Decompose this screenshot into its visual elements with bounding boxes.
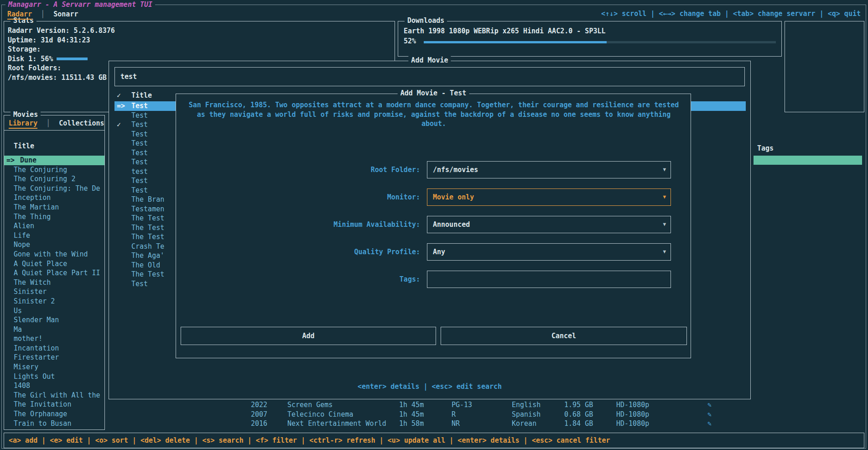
movie-list-item[interactable]: Sinister (4, 287, 104, 297)
library-table-row[interactable]: 2007 Telecinco Cinema 1h 45m R Spanish 0… (0, 410, 868, 419)
movie-list-item[interactable]: The Conjuring 2 (4, 174, 104, 184)
result-title: The Bran (131, 195, 164, 204)
library-table-row[interactable]: 2022 Screen Gems 1h 45m PG-13 English 1.… (0, 400, 868, 410)
monitored-icon: ✎ (707, 419, 712, 429)
movie-title: Dune (20, 156, 36, 164)
disk-usage-gauge (57, 58, 111, 60)
movie-list-item[interactable]: The Conjuring: The De (4, 184, 104, 194)
download-percent: 52% (404, 37, 416, 45)
movie-year: 2007 (251, 410, 267, 419)
movie-list-item[interactable]: Misery (4, 362, 104, 372)
movie-list-item[interactable]: Us (4, 306, 104, 316)
movie-list-item[interactable]: The Girl with All the (4, 391, 104, 400)
movie-list-item[interactable]: The Witch (4, 278, 104, 288)
uptime: Uptime: 31d 04:31:23 (8, 36, 115, 45)
movie-list-item[interactable]: Sinister 2 (4, 297, 104, 306)
add-movie-modal-title: Add Movie - Test (398, 89, 469, 97)
result-title: Test (131, 120, 148, 129)
bottom-keybind-bar: <a> add | <e> edit | <o> sort | <del> de… (4, 433, 864, 448)
movie-title: Inception (14, 194, 51, 202)
popup-keybinds: <enter> details | <esc> edit search (109, 382, 751, 391)
servarr-tabbar: Radarr │ Sonarr (7, 9, 78, 19)
quality-profile-dropdown[interactable]: Any ▼ (427, 243, 671, 261)
minimum-availability-value: Announced (433, 216, 470, 233)
tags-column-header: Tags (757, 144, 774, 152)
result-title: The Aga' (131, 251, 164, 260)
result-title: The Old (131, 261, 160, 269)
quality-profile-field: Quality Profile: Any ▼ (176, 243, 691, 261)
movie-list-item[interactable]: Incantation (4, 344, 104, 353)
tab-separator: │ (41, 10, 45, 18)
downloads-panel: Downloads Earth 1998 1080p WEBRip x265 H… (398, 21, 782, 57)
root-folder-value: /nfs/movies (433, 162, 478, 178)
movie-language: Korean (512, 419, 536, 429)
movie-language: English (512, 400, 541, 410)
result-title: Test (131, 139, 148, 147)
movie-size: 0.68 GB (564, 410, 593, 419)
movie-list-item[interactable]: A Quiet Place (4, 259, 104, 269)
movies-tabs-divider (4, 130, 104, 131)
movie-list-item[interactable]: A Quiet Place Part II (4, 268, 104, 278)
movies-tabbar: Library │ Collections (9, 118, 104, 128)
tab-radarr[interactable]: Radarr (7, 10, 32, 20)
movie-title: Slender Man (14, 316, 59, 324)
quality-profile-label: Quality Profile: (176, 243, 420, 261)
chevron-down-icon: ▼ (663, 244, 666, 260)
movie-title: mother! (14, 335, 42, 343)
tab-collections[interactable]: Collections (59, 119, 104, 127)
movie-list-item[interactable]: Slender Man (4, 315, 104, 325)
movie-list-item[interactable]: The Thing (4, 212, 104, 222)
movie-studio: Next Entertainment World (287, 419, 386, 429)
result-title: Test (131, 177, 148, 185)
minimum-availability-dropdown[interactable]: Announced ▼ (427, 216, 671, 233)
add-button[interactable]: Add (181, 327, 436, 345)
tags-input[interactable] (427, 271, 671, 288)
download-progress-bar (424, 41, 776, 43)
movie-list-item[interactable]: Life (4, 231, 104, 241)
root-folder-dropdown[interactable]: /nfs/movies ▼ (427, 161, 671, 178)
result-title: Test (131, 186, 148, 194)
root-folder-field: Root Folder: /nfs/movies ▼ (176, 161, 691, 178)
movie-runtime: 1h 58m (399, 419, 424, 429)
logo-panel (785, 21, 864, 112)
tab-library[interactable]: Library (9, 119, 37, 129)
movie-title: Incantation (14, 344, 59, 352)
movie-quality: HD-1080p (616, 400, 649, 410)
cancel-button[interactable]: Cancel (441, 327, 687, 345)
selected-row-tags-cell[interactable] (754, 156, 862, 165)
minimum-availability-label: Minimum Availability: (176, 216, 420, 233)
movie-list-item[interactable]: Gone with the Wind (4, 250, 104, 259)
movie-quality: HD-1080p (616, 410, 649, 419)
movie-list-item[interactable]: Inception (4, 193, 104, 203)
library-table-row[interactable]: 2016 Next Entertainment World 1h 58m NR … (0, 419, 868, 429)
movie-list-item[interactable]: The Conjuring (4, 165, 104, 175)
monitor-label: Monitor: (176, 188, 420, 206)
movie-list-item[interactable]: Lights Out (4, 372, 104, 382)
tab-sonarr[interactable]: Sonarr (53, 10, 78, 18)
movie-list-item[interactable]: Ma (4, 325, 104, 335)
movie-list-item[interactable]: Alien (4, 221, 104, 231)
movie-list-item[interactable]: Firestarter (4, 353, 104, 362)
movie-title: The Conjuring 2 (14, 175, 75, 183)
movie-list-item[interactable]: The Martian (4, 203, 104, 212)
storage-label: Storage: (8, 45, 115, 54)
chevron-down-icon: ▼ (663, 162, 666, 178)
movie-title: Lights Out (14, 372, 55, 381)
movie-title: Life (14, 231, 30, 240)
result-title: test (131, 167, 148, 176)
add-movie-popup-title: Add Movie (408, 56, 451, 64)
movie-list-item[interactable]: 1408 (4, 381, 104, 391)
movie-list-item[interactable]: Nope (4, 240, 104, 250)
tags-field: Tags: (176, 271, 691, 288)
add-movie-search-input[interactable]: test (114, 67, 745, 86)
result-title: The Test (131, 224, 164, 232)
movie-title: Sinister (14, 288, 47, 296)
movie-list-item[interactable]: mother! (4, 334, 104, 344)
movies-title-column-header: Title (14, 142, 34, 150)
monitor-dropdown[interactable]: Movie only ▼ (427, 188, 671, 206)
download-item-title: Earth 1998 1080p WEBRip x265 Hindi AAC2.… (404, 27, 606, 35)
movie-list-item[interactable]: Dune (4, 156, 104, 165)
movie-title: The Conjuring: The De (14, 184, 100, 193)
result-check-icon (117, 120, 131, 130)
movie-title: Nope (14, 241, 30, 249)
